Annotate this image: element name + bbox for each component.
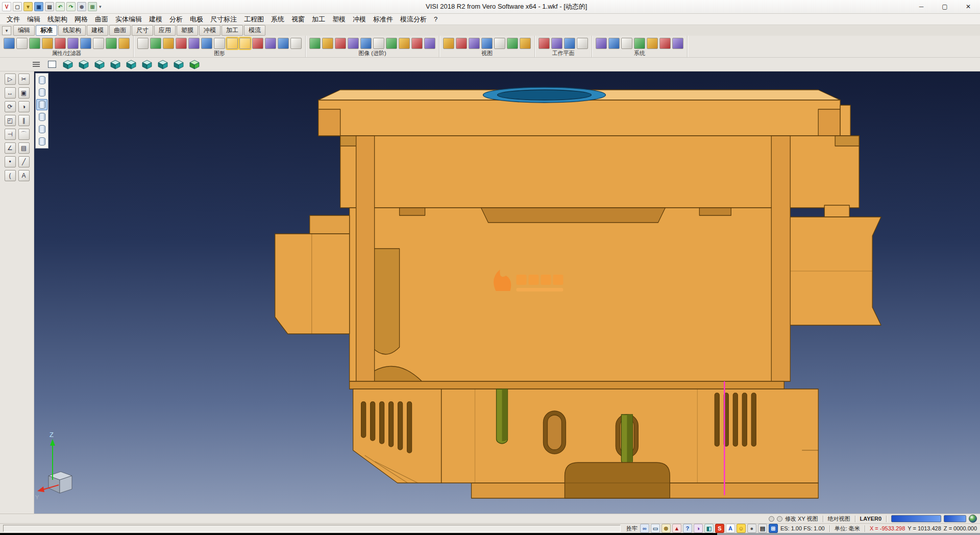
menu-item[interactable]: 视窗: [288, 14, 308, 25]
viewport-3d[interactable]: Z Y: [34, 71, 980, 514]
tab[interactable]: 塑膜: [177, 25, 198, 36]
snap-indicator-icon[interactable]: [769, 516, 774, 522]
trim-icon[interactable]: ⊣: [5, 129, 16, 140]
menu-item[interactable]: 文件: [3, 14, 23, 25]
menu-item[interactable]: 冲模: [349, 14, 370, 25]
view-list-icon[interactable]: [30, 58, 43, 70]
bottom-view-cube-icon[interactable]: [156, 58, 169, 70]
redraw-icon[interactable]: [290, 38, 302, 49]
materials-icon[interactable]: [322, 38, 333, 49]
hidden-line-mode-icon[interactable]: [252, 38, 263, 49]
help-icon[interactable]: ?: [683, 524, 692, 533]
menu-item[interactable]: 曲面: [91, 14, 112, 25]
display-icon[interactable]: ▭: [651, 524, 660, 533]
cad-model-die-assembly[interactable]: [275, 87, 881, 498]
zoom-window-icon[interactable]: [150, 38, 161, 49]
match-properties-icon[interactable]: [16, 38, 28, 49]
open-file-icon[interactable]: ▼: [23, 2, 33, 11]
menu-item[interactable]: 系统: [267, 14, 288, 25]
background-color-icon[interactable]: [411, 38, 423, 49]
right-view-icon[interactable]: [481, 38, 493, 49]
close-button[interactable]: ✕: [957, 0, 980, 13]
texture-icon[interactable]: [335, 38, 346, 49]
body-active-icon[interactable]: [36, 111, 47, 123]
left-view-cube-icon[interactable]: [109, 58, 122, 70]
undo-icon[interactable]: ↶: [56, 2, 65, 11]
tab[interactable]: 曲面: [109, 25, 131, 36]
attributes-icon[interactable]: [4, 38, 15, 49]
face-filter-icon[interactable]: [55, 38, 66, 49]
layer-icon[interactable]: ▤: [18, 142, 30, 154]
origin-indicator-icon[interactable]: [777, 516, 782, 522]
selection-filter-icon[interactable]: [106, 38, 117, 49]
body-ghost-icon[interactable]: [36, 124, 47, 135]
multi-window-icon[interactable]: [265, 38, 276, 49]
about-icon[interactable]: [672, 38, 683, 49]
menu-item[interactable]: 网格: [71, 14, 91, 25]
workplane-xy-icon[interactable]: [538, 38, 550, 49]
chart-icon[interactable]: ▲: [672, 524, 681, 533]
zoom-previous-icon[interactable]: [176, 38, 187, 49]
dynamic-pan-icon[interactable]: [201, 38, 212, 49]
arc-icon[interactable]: (: [5, 170, 16, 181]
layer-filter-icon[interactable]: [93, 38, 104, 49]
move-icon[interactable]: ↔: [5, 87, 16, 99]
right-view-cube-icon[interactable]: [125, 58, 138, 70]
shadow-icon[interactable]: [360, 38, 372, 49]
select-icon[interactable]: ▷: [5, 74, 16, 85]
menu-item[interactable]: 标准件: [370, 14, 397, 25]
tab[interactable]: 模流: [244, 25, 265, 36]
menu-item[interactable]: 线架构: [44, 14, 71, 25]
mic-icon[interactable]: ●: [747, 524, 756, 533]
minimize-button[interactable]: ─: [910, 0, 933, 13]
wireframe-mode-icon[interactable]: [239, 38, 251, 49]
menu-item[interactable]: 电极: [186, 14, 207, 25]
back-view-cube-icon[interactable]: [93, 58, 106, 70]
grid-settings-icon[interactable]: [634, 38, 645, 49]
menu-item[interactable]: 编辑: [23, 14, 44, 25]
light-settings-icon[interactable]: [348, 38, 359, 49]
dimetric-view-cube-icon[interactable]: [172, 58, 185, 70]
new-file-icon[interactable]: ▢: [13, 2, 22, 11]
tab[interactable]: 冲模: [199, 25, 220, 36]
shaded-mode-icon[interactable]: [227, 38, 238, 49]
palette-icon[interactable]: ◑: [694, 524, 703, 533]
top-view-cube-icon[interactable]: [140, 58, 154, 70]
ime-grid-icon[interactable]: ⊞: [769, 524, 778, 533]
quick-filter-icon[interactable]: [118, 38, 130, 49]
view-normal-icon[interactable]: [507, 38, 518, 49]
refresh-view-icon[interactable]: [137, 38, 149, 49]
erase-icon[interactable]: ✂: [18, 74, 30, 85]
tab[interactable]: 加工: [222, 25, 243, 36]
rotate-view-icon[interactable]: [494, 38, 505, 49]
menu-item[interactable]: 工程图: [240, 14, 267, 25]
preferences-icon[interactable]: [659, 38, 671, 49]
snap-settings-icon[interactable]: [647, 38, 658, 49]
grid-icon[interactable]: ⊞: [88, 2, 97, 11]
quick-access-caret-icon[interactable]: ▾: [97, 4, 104, 9]
redo-icon[interactable]: ↷: [66, 2, 76, 11]
workplane-manager-icon[interactable]: [577, 38, 588, 49]
body-hidden-icon[interactable]: [36, 87, 47, 98]
menu-item[interactable]: ?: [430, 14, 441, 24]
dynamic-zoom-icon[interactable]: [188, 38, 200, 49]
shaded-view-cube-icon[interactable]: [188, 58, 201, 70]
print-icon[interactable]: ▤: [45, 2, 54, 11]
tab[interactable]: 标准: [36, 25, 57, 36]
body-transparent-icon[interactable]: [36, 99, 47, 110]
maximize-button[interactable]: ▢: [933, 0, 957, 13]
copy-icon[interactable]: ▣: [18, 87, 30, 99]
mirror-icon[interactable]: ◑: [18, 101, 30, 112]
line-icon[interactable]: ╱: [18, 156, 30, 167]
rotate-icon[interactable]: ⟳: [5, 101, 16, 112]
fillet-icon[interactable]: ⌒: [18, 129, 30, 140]
lock-toggle[interactable]: 拴牢: [626, 525, 638, 532]
cube-icon[interactable]: ◧: [704, 524, 714, 533]
menu-item[interactable]: 尺寸标注: [207, 14, 240, 25]
viewport-config-icon[interactable]: [278, 38, 289, 49]
iso-view-icon[interactable]: [443, 38, 454, 49]
globe-icon[interactable]: [969, 515, 977, 523]
body-section-icon[interactable]: [36, 136, 47, 147]
measure-icon[interactable]: ∠: [5, 142, 16, 154]
saved-views-icon[interactable]: [520, 38, 531, 49]
